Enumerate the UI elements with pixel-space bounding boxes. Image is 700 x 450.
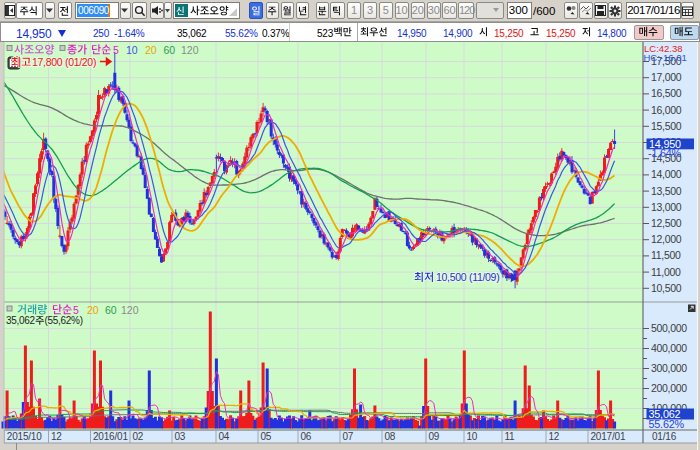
svg-text:02: 02 — [133, 431, 144, 442]
svg-text:04: 04 — [219, 431, 230, 442]
svg-text:13,000: 13,000 — [651, 201, 682, 213]
svg-text:14,000: 14,000 — [651, 168, 682, 180]
svg-text:11,500: 11,500 — [651, 249, 681, 261]
svg-text:17,800 (01/20): 17,800 (01/20) — [32, 56, 96, 68]
svg-text:500,000: 500,000 — [651, 322, 687, 334]
svg-text:09: 09 — [429, 431, 440, 442]
svg-text:07: 07 — [343, 431, 354, 442]
svg-text:12,500: 12,500 — [651, 217, 682, 229]
svg-text:60: 60 — [164, 44, 176, 56]
svg-text:12,000: 12,000 — [651, 233, 682, 245]
svg-text:08: 08 — [385, 431, 396, 442]
svg-text:35,062: 35,062 — [6, 315, 36, 326]
svg-text:5: 5 — [73, 304, 79, 316]
svg-text:16,500: 16,500 — [651, 87, 682, 99]
svg-text:-1.64%: -1.64% — [648, 147, 682, 159]
svg-text:300,000: 300,000 — [651, 362, 687, 374]
svg-text:5: 5 — [113, 44, 119, 56]
svg-text:2015/10: 2015/10 — [7, 431, 42, 442]
svg-text:2016/01: 2016/01 — [93, 431, 128, 442]
svg-text:20: 20 — [145, 44, 157, 56]
svg-text:10,500: 10,500 — [651, 282, 682, 294]
svg-text:60: 60 — [105, 304, 117, 316]
svg-text:400,000: 400,000 — [651, 342, 687, 354]
svg-text:200,000: 200,000 — [651, 382, 687, 394]
svg-text:15,500: 15,500 — [651, 120, 682, 132]
svg-text:(55,62%): (55,62%) — [45, 315, 83, 326]
svg-text:12: 12 — [549, 431, 560, 442]
svg-text:11: 11 — [505, 431, 516, 442]
svg-text:55.62%: 55.62% — [649, 418, 685, 430]
svg-text:17,000: 17,000 — [651, 71, 682, 83]
svg-text:10,500 (11/09): 10,500 (11/09) — [436, 271, 499, 283]
svg-text:13,500: 13,500 — [651, 185, 682, 197]
svg-text:20: 20 — [87, 304, 99, 316]
svg-text:10: 10 — [126, 44, 138, 56]
svg-text:12: 12 — [51, 431, 62, 442]
svg-text:11,000: 11,000 — [651, 266, 681, 278]
svg-text:01/16: 01/16 — [652, 431, 677, 442]
svg-text:03: 03 — [175, 431, 186, 442]
svg-text:10: 10 — [467, 431, 478, 442]
svg-text:06: 06 — [301, 431, 312, 442]
svg-text:2017/01: 2017/01 — [591, 431, 626, 442]
svg-text:HC:-16.01: HC:-16.01 — [644, 52, 687, 63]
svg-text:16,000: 16,000 — [651, 104, 682, 116]
svg-text:05: 05 — [261, 431, 272, 442]
svg-text:120: 120 — [181, 44, 199, 56]
svg-text:120: 120 — [121, 304, 139, 316]
